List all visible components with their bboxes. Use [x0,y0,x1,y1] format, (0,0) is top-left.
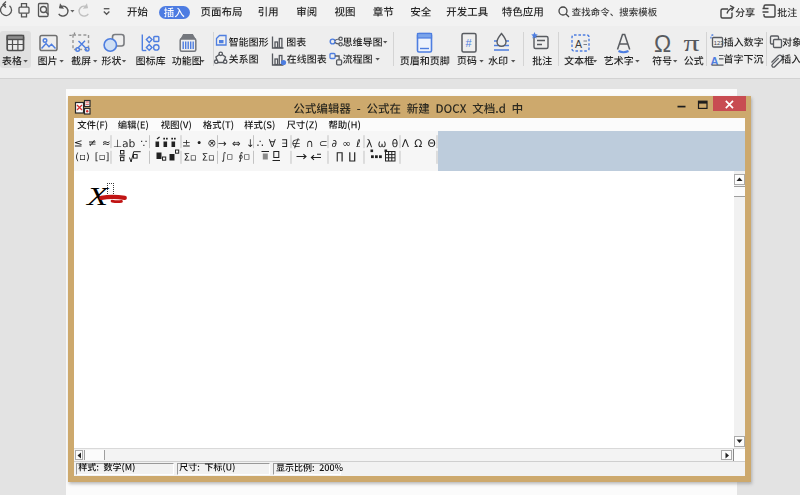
svg-text:Ω: Ω [654,31,671,57]
svg-text:A: A [575,38,582,50]
svg-text:#: # [466,37,473,49]
svg-text:π: π [684,29,700,55]
svg-text:123: 123 [714,40,724,46]
